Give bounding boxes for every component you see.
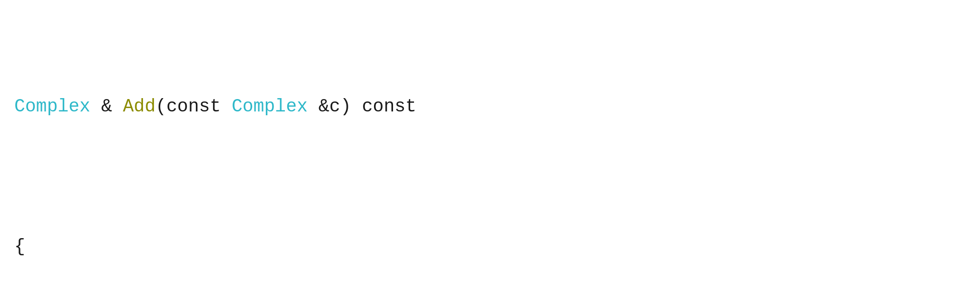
token-param-rest: &c) const <box>308 93 416 121</box>
code-line-2: { <box>14 233 702 261</box>
token-paren-const: (const <box>155 93 232 121</box>
token-ampersand-space: & <box>91 93 123 121</box>
code-editor: Complex & Add(const Complex &c) const { … <box>0 0 716 291</box>
token-open-brace: { <box>14 233 25 261</box>
token-add-func: Add <box>123 93 155 121</box>
code-line-1: Complex & Add(const Complex &c) const <box>14 93 702 121</box>
token-complex-type: Complex <box>14 93 91 121</box>
token-complex-param-type: Complex <box>232 93 308 121</box>
